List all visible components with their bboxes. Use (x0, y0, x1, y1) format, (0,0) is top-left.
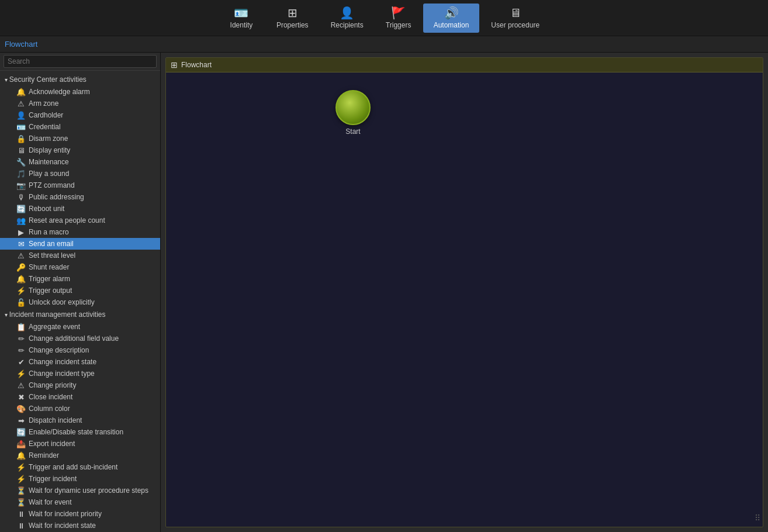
trigger-add-subincident-icon: ⚡ (16, 462, 26, 472)
category-security-center[interactable]: Security Center activities (0, 73, 160, 86)
tree-item-set-threat-level[interactable]: ⚠Set threat level (0, 250, 160, 261)
top-nav: 🪪Identity⊞Properties👤Recipients🚩Triggers… (0, 0, 768, 36)
wait-incident-state-icon: ⏸ (16, 521, 26, 530)
tree-item-trigger-incident[interactable]: ⚡Trigger incident (0, 473, 160, 485)
wait-incident-priority-label: Wait for incident priority (29, 510, 102, 518)
tree-item-credential[interactable]: 🪪Credential (0, 121, 160, 133)
credential-icon: 🪪 (16, 122, 26, 132)
flowchart-title-bar: ⊞ Flowchart (166, 58, 763, 72)
export-incident-icon: 📤 (16, 439, 26, 448)
trigger-alarm-label: Trigger alarm (29, 275, 70, 283)
tree-item-public-addressing[interactable]: 🎙Public addressing (0, 191, 160, 203)
tree-item-trigger-alarm[interactable]: 🔔Trigger alarm (0, 273, 160, 285)
reset-area-people-count-icon: 👥 (16, 216, 26, 225)
tree-item-send-an-email[interactable]: ✉Send an email (0, 238, 160, 250)
ptz-command-label: PTZ command (29, 181, 75, 189)
wait-dynamic-user-label: Wait for dynamic user procedure steps (29, 486, 148, 495)
tree-item-wait-incident-state[interactable]: ⏸Wait for incident state (0, 520, 160, 531)
nav-item-user-procedure[interactable]: 🖥User procedure (480, 4, 550, 33)
enable-disable-state-label: Enable/Disable state transition (29, 428, 123, 436)
tree-item-export-incident[interactable]: 📤Export incident (0, 438, 160, 450)
tree-item-wait-event[interactable]: ⏳Wait for event (0, 496, 160, 508)
activity-tree: Security Center activities🔔Acknowledge a… (0, 71, 160, 532)
public-addressing-label: Public addressing (29, 193, 84, 201)
resize-handle[interactable]: ⠿ (755, 513, 760, 523)
tree-item-maintenance[interactable]: 🔧Maintenance (0, 156, 160, 168)
tree-item-aggregate-event[interactable]: 📋Aggregate event (0, 321, 160, 333)
automation-icon: 🔊 (444, 7, 459, 19)
nav-items: 🪪Identity⊞Properties👤Recipients🚩Triggers… (218, 4, 550, 33)
tree-item-unlock-door-explicitly[interactable]: 🔓Unlock door explicitly (0, 296, 160, 308)
tree-item-arm-zone[interactable]: ⚠Arm zone (0, 98, 160, 109)
nav-item-automation[interactable]: 🔊Automation (423, 4, 480, 33)
flowchart-canvas[interactable]: Start ⠿ (166, 72, 763, 525)
tree-item-disarm-zone[interactable]: 🔒Disarm zone (0, 133, 160, 144)
main-content: Security Center activities🔔Acknowledge a… (0, 53, 768, 532)
nav-item-triggers[interactable]: 🚩Triggers (375, 4, 422, 33)
close-incident-icon: ✖ (16, 392, 26, 402)
tree-item-acknowledge-alarm[interactable]: 🔔Acknowledge alarm (0, 86, 160, 98)
play-sound-label: Play a sound (29, 170, 69, 178)
category-incident-management[interactable]: Incident management activities (0, 308, 160, 321)
trigger-alarm-icon: 🔔 (16, 274, 26, 284)
disarm-zone-label: Disarm zone (29, 134, 68, 143)
recipients-icon: 👤 (340, 7, 354, 19)
tree-item-enable-disable-state[interactable]: 🔄Enable/Disable state transition (0, 426, 160, 438)
flowchart-tab[interactable]: Flowchart (5, 40, 37, 49)
start-label: Start (345, 127, 360, 136)
send-an-email-label: Send an email (29, 240, 74, 248)
arm-zone-icon: ⚠ (16, 99, 26, 108)
tree-item-change-incident-type[interactable]: ⚡Change incident type (0, 368, 160, 379)
change-incident-state-icon: ✔ (16, 357, 26, 367)
maintenance-icon: 🔧 (16, 157, 26, 167)
wait-event-icon: ⏳ (16, 498, 26, 507)
nav-item-recipients[interactable]: 👤Recipients (320, 4, 374, 33)
aggregate-event-icon: 📋 (16, 322, 26, 331)
disarm-zone-icon: 🔒 (16, 134, 26, 143)
wait-event-label: Wait for event (29, 498, 72, 506)
tree-item-play-sound[interactable]: 🎵Play a sound (0, 168, 160, 179)
shunt-reader-icon: 🔑 (16, 262, 26, 272)
trigger-incident-label: Trigger incident (29, 475, 77, 483)
start-circle[interactable] (335, 90, 371, 125)
tree-item-display-entity[interactable]: 🖥Display entity (0, 144, 160, 156)
cardholder-label: Cardholder (29, 111, 63, 119)
tree-item-ptz-command[interactable]: 📷PTZ command (0, 179, 160, 191)
triggers-icon: 🚩 (391, 7, 406, 19)
tree-item-reset-area-people-count[interactable]: 👥Reset area people count (0, 215, 160, 226)
tree-item-change-incident-state[interactable]: ✔Change incident state (0, 356, 160, 368)
tree-item-shunt-reader[interactable]: 🔑Shunt reader (0, 261, 160, 273)
credential-label: Credential (29, 123, 61, 131)
unlock-door-explicitly-icon: 🔓 (16, 298, 26, 307)
nav-item-identity[interactable]: 🪪Identity (218, 4, 265, 33)
aggregate-event-label: Aggregate event (29, 323, 80, 331)
change-priority-icon: ⚠ (16, 381, 26, 390)
properties-icon: ⊞ (288, 7, 297, 19)
maintenance-label: Maintenance (29, 158, 69, 166)
tree-item-run-a-macro[interactable]: ▶Run a macro (0, 226, 160, 238)
tree-item-cardholder[interactable]: 👤Cardholder (0, 109, 160, 121)
tree-item-change-additional-field[interactable]: ✏Change additional field value (0, 333, 160, 344)
trigger-add-subincident-label: Trigger and add sub-incident (29, 463, 117, 471)
flowchart-container: ⊞ Flowchart Start ⠿ (165, 57, 763, 527)
trigger-output-label: Trigger output (29, 286, 72, 295)
tree-item-close-incident[interactable]: ✖Close incident (0, 391, 160, 403)
tree-item-trigger-output[interactable]: ⚡Trigger output (0, 285, 160, 296)
shunt-reader-label: Shunt reader (29, 263, 69, 271)
tree-item-dispatch-incident[interactable]: ➡Dispatch incident (0, 414, 160, 426)
tree-item-column-color[interactable]: 🎨Column color (0, 403, 160, 414)
tree-item-wait-incident-priority[interactable]: ⏸Wait for incident priority (0, 508, 160, 520)
tree-item-change-priority[interactable]: ⚠Change priority (0, 379, 160, 391)
tree-item-wait-dynamic-user[interactable]: ⏳Wait for dynamic user procedure steps (0, 485, 160, 496)
nav-item-properties[interactable]: ⊞Properties (266, 4, 319, 33)
column-color-icon: 🎨 (16, 404, 26, 413)
tab-strip: Flowchart (0, 36, 768, 53)
search-input[interactable] (4, 55, 157, 68)
tree-item-change-description[interactable]: ✏Change description (0, 344, 160, 356)
flowchart-title: Flowchart (181, 61, 212, 69)
tree-item-trigger-add-subincident[interactable]: ⚡Trigger and add sub-incident (0, 461, 160, 473)
change-description-label: Change description (29, 346, 89, 354)
tree-item-reminder[interactable]: 🔔Reminder (0, 450, 160, 461)
trigger-output-icon: ⚡ (16, 286, 26, 295)
tree-item-reboot-unit[interactable]: 🔄Reboot unit (0, 203, 160, 215)
